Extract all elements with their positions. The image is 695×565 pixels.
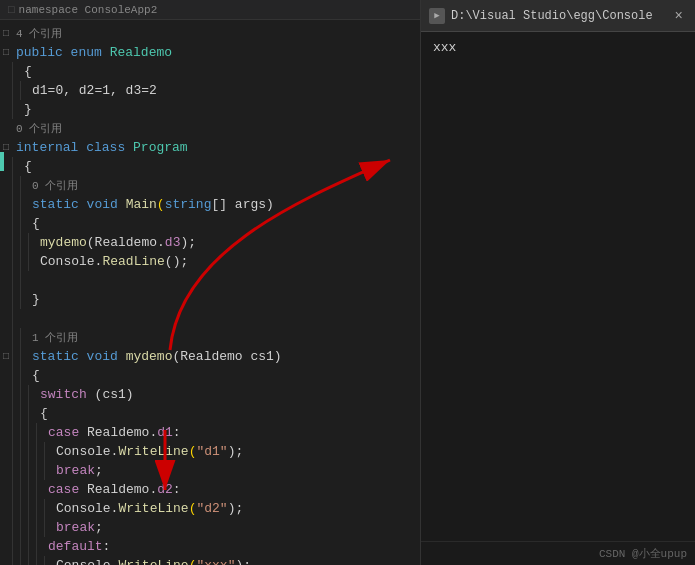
- indent-guide: [12, 461, 20, 480]
- code-token: mydemo: [126, 349, 173, 364]
- code-line: d1=0, d2=1, d3=2: [0, 81, 420, 100]
- code-token: public: [16, 45, 71, 60]
- code-content: }: [28, 292, 420, 307]
- code-content: break;: [52, 463, 420, 478]
- code-token: static: [32, 349, 87, 364]
- indent-guide: [36, 461, 44, 480]
- indent-guide: [20, 404, 28, 423]
- code-line: {: [0, 404, 420, 423]
- code-line: default:: [0, 537, 420, 556]
- code-token: Main: [126, 197, 157, 212]
- code-content: default:: [44, 539, 420, 554]
- code-token: d3: [165, 235, 181, 250]
- code-token: ;: [95, 463, 103, 478]
- indent-guide: [20, 480, 28, 499]
- indent-guide: [20, 385, 28, 404]
- code-token: "d1": [196, 444, 227, 459]
- code-content: }: [20, 102, 420, 117]
- code-token: (: [157, 197, 165, 212]
- code-token: (cs1): [95, 387, 134, 402]
- code-token: :: [173, 425, 181, 440]
- code-content: 4 个引用: [12, 26, 420, 41]
- code-token: static: [32, 197, 87, 212]
- console-close-button[interactable]: ×: [671, 6, 687, 26]
- fold-icon[interactable]: □: [0, 351, 12, 362]
- margin-indicator: [0, 152, 4, 171]
- indent-guide: [20, 290, 28, 309]
- code-token: :: [103, 539, 111, 554]
- indent-guide: [12, 480, 20, 499]
- indent-guide: [36, 556, 44, 565]
- indent-guide: [28, 442, 36, 461]
- indent-guide: [36, 518, 44, 537]
- indent-guide: [12, 233, 20, 252]
- indent-guide: [20, 252, 28, 271]
- code-content: case Realdemo.d2:: [44, 482, 420, 497]
- fold-icon[interactable]: □: [0, 28, 12, 39]
- code-line: □public enum Realdemo: [0, 43, 420, 62]
- indent-guide: [44, 556, 52, 565]
- indent-guide: [12, 309, 20, 328]
- code-content: mydemo(Realdemo.d3);: [36, 235, 420, 250]
- console-output: xxx: [433, 40, 456, 55]
- code-token: Realdemo.: [87, 482, 157, 497]
- code-line: 1 个引用: [0, 328, 420, 347]
- indent-guide: [36, 480, 44, 499]
- code-token: "xxx": [196, 558, 235, 565]
- code-line: □internal class Program: [0, 138, 420, 157]
- indent-guide: [12, 290, 20, 309]
- code-line: break;: [0, 518, 420, 537]
- indent-guide: [28, 385, 36, 404]
- code-content: Console.WriteLine("d2");: [52, 501, 420, 516]
- indent-guide: [20, 271, 28, 290]
- code-content: public enum Realdemo: [12, 45, 420, 60]
- code-token: mydemo: [40, 235, 87, 250]
- indent-guide: [20, 423, 28, 442]
- code-token: break: [56, 520, 95, 535]
- code-content: Console.WriteLine("d1");: [52, 444, 420, 459]
- indent-guide: [20, 518, 28, 537]
- code-content: static void Main(string[] args): [28, 197, 420, 212]
- indent-guide: [28, 233, 36, 252]
- code-line: }: [0, 100, 420, 119]
- code-content: static void mydemo(Realdemo cs1): [28, 349, 420, 364]
- ns-expand-icon[interactable]: □: [8, 4, 15, 16]
- code-token: ReadLine: [102, 254, 164, 269]
- code-line: Console.WriteLine("d1");: [0, 442, 420, 461]
- code-line: {: [0, 157, 420, 176]
- code-token: Realdemo.: [87, 425, 157, 440]
- indent-guide: [20, 233, 28, 252]
- code-content: {: [20, 159, 420, 174]
- indent-guide: [20, 499, 28, 518]
- indent-guide: [12, 347, 20, 366]
- fold-icon[interactable]: □: [0, 47, 12, 58]
- indent-guide: [12, 214, 20, 233]
- editor-area: □ namespace ConsoleApp2 □4 个引用□public en…: [0, 0, 420, 565]
- indent-guide: [28, 404, 36, 423]
- indent-guide: [20, 556, 28, 565]
- console-icon: ▶: [429, 8, 445, 24]
- code-token: Program: [133, 140, 188, 155]
- indent-guide: [20, 461, 28, 480]
- indent-guide: [44, 461, 52, 480]
- code-line: switch (cs1): [0, 385, 420, 404]
- indent-guide: [12, 537, 20, 556]
- indent-guide: [28, 556, 36, 565]
- code-line: {: [0, 366, 420, 385]
- indent-guide: [20, 214, 28, 233]
- code-content: 0 个引用: [12, 121, 420, 136]
- code-token: Console.: [56, 558, 118, 565]
- code-line: Console.WriteLine("d2");: [0, 499, 420, 518]
- code-token: Console.: [56, 501, 118, 516]
- code-content: switch (cs1): [36, 387, 420, 402]
- code-token: switch: [40, 387, 95, 402]
- code-content: {: [20, 64, 420, 79]
- indent-guide: [28, 518, 36, 537]
- code-token: string: [165, 197, 212, 212]
- indent-guide: [36, 423, 44, 442]
- code-line: [0, 271, 420, 290]
- code-line: static void Main(string[] args): [0, 195, 420, 214]
- indent-guide: [12, 271, 20, 290]
- indent-guide: [12, 62, 20, 81]
- code-container: □4 个引用□public enum Realdemo{d1=0, d2=1, …: [0, 20, 420, 565]
